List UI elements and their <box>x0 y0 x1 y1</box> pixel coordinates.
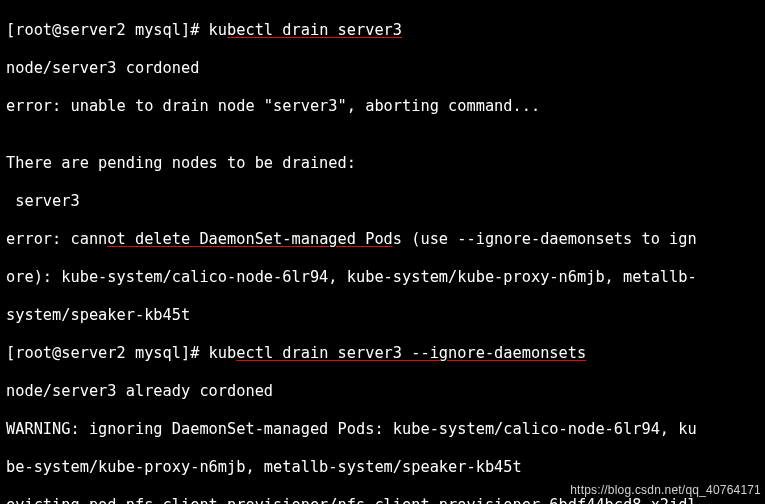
cmd-underlined: ectl drain server3 --ignore-daemonsets <box>236 344 586 362</box>
text: error: cann <box>6 230 107 248</box>
shell-prompt-and-cmd: [root@server2 mysql]# kub <box>6 344 236 362</box>
output-line: There are pending nodes to be drained: <box>6 154 759 173</box>
cmd-underlined: bectl drain server3 <box>227 21 402 39</box>
prompt-line-1: [root@server2 mysql]# kubectl drain serv… <box>6 21 759 40</box>
output-line: ore): kube-system/calico-node-6lr94, kub… <box>6 268 759 287</box>
terminal-window[interactable]: [root@server2 mysql]# kubectl drain serv… <box>0 0 765 504</box>
output-line: WARNING: ignoring DaemonSet-managed Pods… <box>6 420 759 439</box>
text: s (use --ignore-daemonsets to ign <box>393 230 697 248</box>
output-line: server3 <box>6 192 759 211</box>
output-line: node/server3 already cordoned <box>6 382 759 401</box>
watermark-text: https://blog.csdn.net/qq_40764171 <box>570 481 761 500</box>
cmd-part: ku <box>209 21 227 39</box>
output-line: error: unable to drain node "server3", a… <box>6 97 759 116</box>
shell-prompt: [root@server2 mysql]# <box>6 21 209 39</box>
output-line: error: cannot delete DaemonSet-managed P… <box>6 230 759 249</box>
output-line: node/server3 cordoned <box>6 59 759 78</box>
output-line: be-system/kube-proxy-n6mjb, metallb-syst… <box>6 458 759 477</box>
output-line: system/speaker-kb45t <box>6 306 759 325</box>
text-underlined: ot delete DaemonSet-managed Pod <box>107 230 393 248</box>
prompt-line-2: [root@server2 mysql]# kubectl drain serv… <box>6 344 759 363</box>
